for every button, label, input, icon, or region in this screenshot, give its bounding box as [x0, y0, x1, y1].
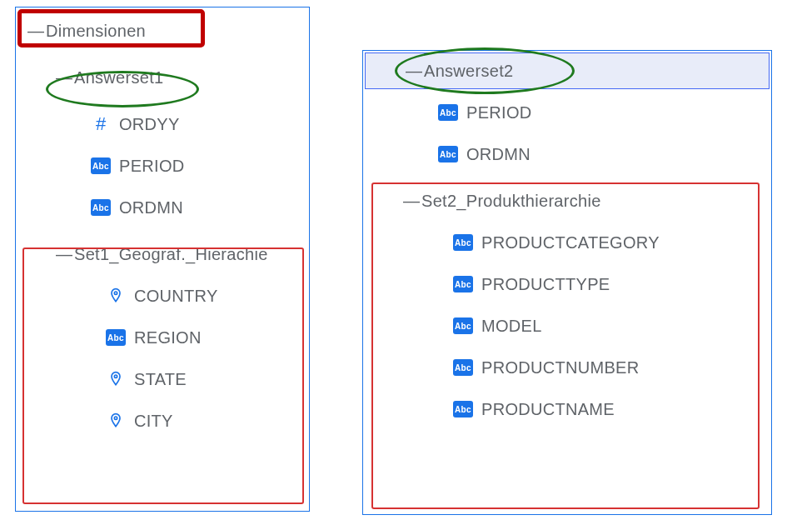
- tree-node-set1-geo-hierarchy[interactable]: — Set1_Geograf._Hierachie: [16, 236, 309, 272]
- field-label: PERIOD: [466, 103, 531, 122]
- field-label: PRODUCTNAME: [481, 400, 615, 419]
- field-ordyy[interactable]: # ORDYY: [16, 106, 309, 142]
- field-label: REGION: [134, 328, 202, 348]
- tree-node-set2-product-hierarchy[interactable]: — Set2_Produkthierarchie: [363, 182, 771, 219]
- text-icon: Abc: [91, 199, 111, 216]
- geo-icon: [106, 286, 126, 306]
- text-icon: Abc: [453, 318, 473, 334]
- text-icon: Abc: [438, 146, 458, 162]
- field-state[interactable]: STATE: [16, 361, 309, 398]
- field-period[interactable]: Abc PERIOD: [16, 148, 309, 184]
- field-label: PRODUCTCATEGORY: [481, 233, 660, 252]
- text-icon: Abc: [453, 359, 473, 376]
- field-city[interactable]: CITY: [16, 402, 309, 439]
- collapse-icon: —: [406, 62, 421, 81]
- tree-node-label: Set2_Produkthierarchie: [421, 192, 601, 211]
- text-icon: Abc: [438, 104, 458, 121]
- field-country[interactable]: COUNTRY: [16, 278, 309, 314]
- tree-node-label: Set1_Geograf._Hierachie: [74, 245, 268, 264]
- field-producttype[interactable]: Abc PRODUCTTYPE: [363, 266, 771, 302]
- field-ordmn[interactable]: Abc ORDMN: [363, 136, 771, 172]
- tree-node-label: Answerset2: [424, 62, 514, 81]
- section-header-dimensionen[interactable]: — Dimensionen: [16, 12, 309, 49]
- text-icon: Abc: [453, 234, 473, 251]
- field-productcategory[interactable]: Abc PRODUCTCATEGORY: [363, 224, 771, 261]
- field-period[interactable]: Abc PERIOD: [363, 94, 771, 131]
- text-icon: Abc: [91, 158, 111, 174]
- field-productnumber[interactable]: Abc PRODUCTNUMBER: [363, 349, 771, 386]
- dimensions-panel-left: — Dimensionen — Answerset1 # ORDYY Abc P…: [15, 7, 310, 512]
- tree-node-answerset2[interactable]: — Answerset2: [365, 52, 770, 89]
- number-icon: #: [91, 114, 111, 134]
- field-label: MODEL: [481, 317, 542, 336]
- svg-point-2: [114, 417, 117, 419]
- collapse-icon: —: [56, 245, 71, 264]
- field-label: PRODUCTNUMBER: [481, 358, 639, 378]
- field-productname[interactable]: Abc PRODUCTNAME: [363, 391, 771, 428]
- collapse-icon: —: [403, 192, 418, 211]
- collapse-icon: —: [27, 22, 42, 41]
- collapse-icon: —: [56, 68, 71, 88]
- field-label: CITY: [134, 412, 173, 431]
- tree-node-answerset1[interactable]: — Answerset1: [16, 59, 309, 96]
- field-label: ORDMN: [119, 198, 183, 218]
- field-label: PERIOD: [119, 157, 184, 176]
- text-icon: Abc: [453, 401, 473, 418]
- field-label: ORDMN: [466, 145, 531, 164]
- field-model[interactable]: Abc MODEL: [363, 308, 771, 344]
- geo-icon: [106, 369, 126, 389]
- svg-point-0: [114, 292, 117, 294]
- field-label: STATE: [134, 370, 187, 389]
- text-icon: Abc: [106, 329, 126, 346]
- field-ordmn[interactable]: Abc ORDMN: [16, 189, 309, 226]
- tree-node-label: Answerset1: [74, 68, 164, 88]
- field-label: PRODUCTTYPE: [481, 275, 610, 294]
- svg-point-1: [114, 375, 117, 378]
- section-title: Dimensionen: [46, 22, 146, 41]
- dimensions-panel-right: — Answerset2 Abc PERIOD Abc ORDMN — Set2…: [362, 50, 772, 515]
- field-label: ORDYY: [119, 115, 180, 134]
- text-icon: Abc: [453, 276, 473, 292]
- field-label: COUNTRY: [134, 287, 218, 306]
- geo-icon: [106, 411, 126, 431]
- field-region[interactable]: Abc REGION: [16, 319, 309, 356]
